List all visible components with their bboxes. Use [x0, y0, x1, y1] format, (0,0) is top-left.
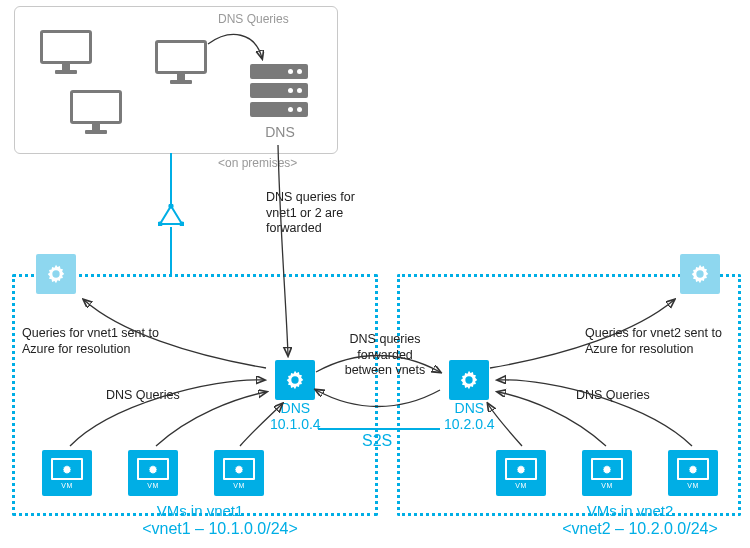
vm-icon: VM — [214, 450, 264, 496]
svg-point-6 — [466, 376, 473, 383]
svg-point-3 — [52, 270, 59, 277]
vm-label: VM — [515, 482, 527, 489]
client-computer-icon — [155, 40, 207, 86]
onprem-link-line — [170, 227, 172, 274]
azure-dns-resolver-icon — [36, 254, 76, 294]
vnet1-dns-ip: 10.1.0.4 — [270, 416, 321, 432]
vnet2-dns-server-icon — [449, 360, 489, 400]
vm-label: VM — [687, 482, 699, 489]
vm-icon: VM — [128, 450, 178, 496]
onprem-dns-queries-label: DNS Queries — [218, 12, 289, 26]
network-node-icon — [158, 204, 184, 226]
vnet2-cidr-label: <vnet2 – 10.2.0.0/24> — [520, 520, 750, 538]
vnet1-cidr-label: <vnet1 – 10.1.0.0/24> — [100, 520, 340, 538]
vm-icon: VM — [582, 450, 632, 496]
vm-icon: VM — [496, 450, 546, 496]
svg-point-4 — [696, 270, 703, 277]
vnet2-vms-label: VMs in vnet2 — [540, 502, 720, 519]
vm-icon: VM — [668, 450, 718, 496]
onprem-forward-label: DNS queries for vnet1 or 2 are forwarded — [266, 190, 386, 237]
vnet1-dnsq-label: DNS Queries — [106, 388, 180, 404]
s2s-label: S2S — [362, 432, 392, 450]
vnet2-dns-ip: 10.2.0.4 — [444, 416, 495, 432]
vm-label: VM — [61, 482, 73, 489]
vm-label: VM — [147, 482, 159, 489]
vnet1-vms-label: VMs in vnet1 — [110, 502, 290, 519]
on-prem-dns-server-icon — [250, 64, 308, 118]
vnet1-azure-label: Queries for vnet1 sent to Azure for reso… — [22, 326, 162, 357]
azure-dns-resolver-icon — [680, 254, 720, 294]
vm-icon: VM — [42, 450, 92, 496]
vm-label: VM — [601, 482, 613, 489]
client-computer-icon — [70, 90, 122, 136]
s2s-link-line — [318, 428, 440, 430]
between-vnets-label: DNS queries forwarded between vnets — [344, 332, 426, 379]
vm-label: VM — [233, 482, 245, 489]
on-premises-caption: <on premises> — [218, 156, 297, 170]
on-prem-dns-label: DNS — [258, 124, 302, 140]
vnet2-azure-label: Queries for vnet2 sent to Azure for reso… — [585, 326, 725, 357]
vnet2-dns-label: DNS — [444, 400, 495, 416]
onprem-link-line — [170, 153, 172, 205]
svg-point-5 — [292, 376, 299, 383]
client-computer-icon — [40, 30, 92, 76]
vnet1-dns-server-icon — [275, 360, 315, 400]
vnet2-dnsq-label: DNS Queries — [576, 388, 650, 404]
vnet1-dns-label: DNS — [270, 400, 321, 416]
